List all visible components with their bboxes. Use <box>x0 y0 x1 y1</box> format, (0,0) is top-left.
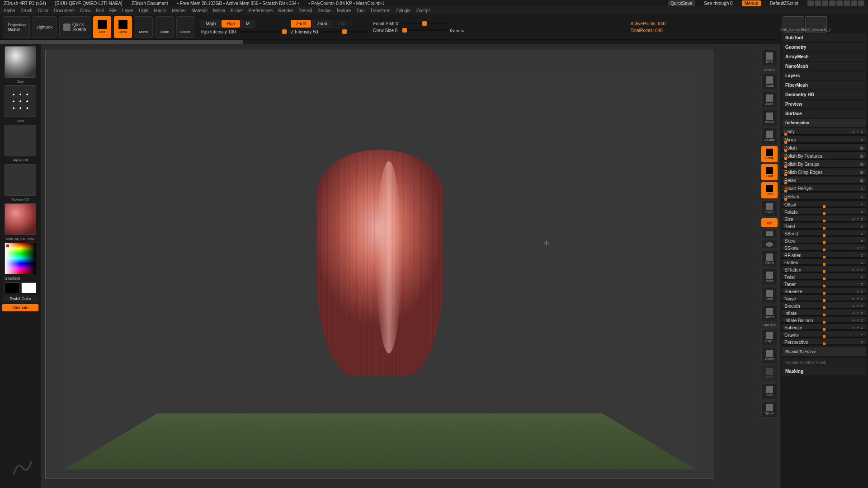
persp-button[interactable]: Persp <box>761 146 778 162</box>
deform-perspective[interactable]: PerspectiveZ <box>782 338 866 345</box>
deform-polish[interactable]: Polish <box>782 144 866 152</box>
section-nanomesh[interactable]: NanoMesh <box>782 62 866 70</box>
deform-smart-resym[interactable]: Smart ReSymX <box>782 185 866 192</box>
window-icon-2[interactable] <box>815 0 821 6</box>
deform-offset[interactable]: OffsetY <box>782 201 866 208</box>
menus-button[interactable]: Menus <box>742 0 761 6</box>
deform-noise[interactable]: NoiseX Y Z <box>782 295 866 302</box>
texture-thumbnail[interactable] <box>5 164 36 196</box>
section-fibermesh[interactable]: FiberMesh <box>782 81 866 89</box>
rgb-button[interactable]: Rgb <box>222 20 240 28</box>
menu-picker[interactable]: Picker <box>231 8 243 13</box>
window-icon-1[interactable] <box>807 0 814 6</box>
lightbox-button[interactable]: LightBox <box>33 16 57 38</box>
close-icon[interactable] <box>858 0 864 6</box>
deform-skew[interactable]: SkewX <box>782 237 866 244</box>
section-geometry[interactable]: Geometry <box>782 43 866 52</box>
circle-button[interactable] <box>761 240 778 249</box>
floor-button[interactable]: Floor <box>761 164 778 180</box>
deform-polish-by-groups[interactable]: Polish By Groups <box>782 160 866 168</box>
zadd-button[interactable]: Zadd <box>291 20 311 28</box>
bpr-button[interactable]: BPR <box>761 50 778 66</box>
rgb-intensity-slider[interactable] <box>239 31 284 33</box>
section-arraymesh[interactable]: ArrayMesh <box>782 52 866 61</box>
actual-button[interactable]: Actual <box>761 110 778 126</box>
solo-button[interactable]: Solo <box>761 383 778 399</box>
deform-bend[interactable]: BendZ <box>782 223 866 230</box>
move-mode-button[interactable]: Move <box>135 16 153 38</box>
deform-gravity[interactable]: GravityY <box>782 331 866 338</box>
window-icon-3[interactable] <box>822 0 828 6</box>
lsym-button[interactable]: LSym <box>761 200 778 216</box>
deform-sflatten[interactable]: SFlattenX Y Z <box>782 266 866 273</box>
window-icon-4[interactable] <box>829 0 835 6</box>
menu-edit[interactable]: Edit <box>96 8 104 13</box>
move-view-button[interactable]: Move <box>761 269 778 285</box>
menu-stencil[interactable]: Stencil <box>298 8 312 13</box>
deform-smooth[interactable]: SmoothX Y Z <box>782 302 866 309</box>
deform-rotate[interactable]: RotateZ <box>782 208 866 215</box>
color-picker[interactable] <box>5 243 36 274</box>
menu-marker[interactable]: Marker <box>172 8 186 13</box>
deform-mirror[interactable]: MirrorX <box>782 136 866 144</box>
xyz-button[interactable]: Xyz <box>761 218 778 227</box>
polyf-button[interactable]: PolyF <box>761 329 778 345</box>
spix-label[interactable]: SPix 3 <box>761 68 778 72</box>
seethrough-slider[interactable]: See-through 0 <box>704 1 732 6</box>
deform-inflate-balloon[interactable]: Inflate BalloonX Y Z <box>782 317 866 324</box>
deform-twist[interactable]: TwistZ <box>782 273 866 280</box>
zsub-button[interactable]: Zsub <box>312 20 332 28</box>
menu-light[interactable]: Light <box>139 8 149 13</box>
repeat-to-active-button[interactable]: Repeat To Active <box>782 347 866 356</box>
deform-sskew[interactable]: SSkewX Y <box>782 244 866 251</box>
transp-button[interactable]: Transp <box>761 347 778 363</box>
deform-flatten[interactable]: FlattenZ <box>782 259 866 266</box>
mesh-object[interactable] <box>316 150 443 376</box>
deform-size[interactable]: SizeX Y Z <box>782 216 866 222</box>
masking-header[interactable]: Masking <box>782 367 866 375</box>
quicksave-button[interactable]: QuickSave <box>668 0 695 6</box>
deform-inflate[interactable]: InflateX Y Z <box>782 310 866 316</box>
menu-stroke[interactable]: Stroke <box>317 8 330 13</box>
local-button[interactable]: Local <box>761 182 778 198</box>
m-button[interactable]: M <box>241 20 255 28</box>
menu-render[interactable]: Render <box>278 8 293 13</box>
edit-mode-button[interactable]: Edit <box>93 16 111 38</box>
scroll-button[interactable]: Scroll <box>761 74 778 90</box>
menu-color[interactable]: Color <box>38 8 49 13</box>
scale-view-button[interactable]: Scale <box>761 287 778 303</box>
zcut-button[interactable]: Zcut <box>333 20 352 28</box>
z-intensity-slider[interactable] <box>322 31 367 33</box>
deform-resym[interactable]: ReSymX <box>782 193 866 201</box>
switch-color-button[interactable]: SwitchColor <box>2 295 38 302</box>
scale-mode-button[interactable]: Scale <box>156 16 174 38</box>
default-zscript[interactable]: DefaultZScript <box>770 1 798 6</box>
xpose-button[interactable]: Xpose <box>761 401 778 418</box>
mrgb-button[interactable]: Mrgb <box>201 20 221 28</box>
menu-material[interactable]: Material <box>192 8 208 13</box>
alternate-button[interactable]: Alternate <box>2 304 38 311</box>
projection-master-button[interactable]: Projection Master <box>4 16 30 38</box>
frame-button[interactable]: Frame <box>761 251 778 267</box>
menu-layer[interactable]: Layer <box>122 8 133 13</box>
menu-preferences[interactable]: Preferences <box>249 8 273 13</box>
menu-document[interactable]: Document <box>54 8 75 13</box>
menu-zplugin[interactable]: Zplugin <box>396 8 411 13</box>
aahalf-button[interactable]: AAHalf <box>761 128 778 144</box>
maximize-icon[interactable] <box>851 0 857 6</box>
menu-tool[interactable]: Tool <box>356 8 364 13</box>
gradient-label[interactable]: Gradient <box>5 276 36 281</box>
deform-squeeze[interactable]: SqueezeX Z <box>782 288 866 295</box>
primary-color[interactable] <box>21 282 36 293</box>
gizmo-button[interactable] <box>761 229 778 238</box>
menu-file[interactable]: File <box>109 8 117 13</box>
deform-rflatten[interactable]: RFlattenZ <box>782 252 866 258</box>
menu-brush[interactable]: Brush <box>21 8 33 13</box>
deform-polish-crisp-edges[interactable]: Polish Crisp Edges <box>782 169 866 176</box>
menu-transform[interactable]: Transform <box>370 8 390 13</box>
draw-size-slider[interactable] <box>401 29 446 31</box>
section-deformation[interactable]: Deformation <box>782 119 866 127</box>
section-preview[interactable]: Preview <box>782 100 866 108</box>
rotate-mode-button[interactable]: Rotate <box>176 16 194 38</box>
draw-mode-button[interactable]: Draw <box>114 16 132 38</box>
